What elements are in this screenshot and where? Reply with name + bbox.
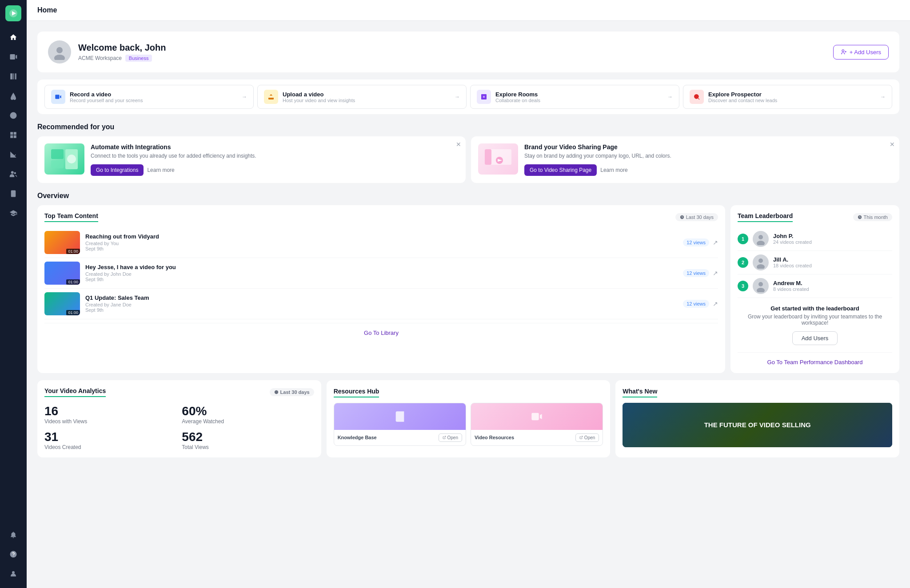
record-text: Record a video Record yourself and your … [70, 91, 237, 103]
stat-videos-with-views: 16 Videos with Views [44, 404, 176, 425]
lb-avatar-3 [753, 278, 769, 294]
rec-card-integrations: ✕ Automate with Integrations Connect to … [37, 136, 466, 183]
quick-action-rooms[interactable]: Explore Rooms Collaborate on deals → [470, 85, 679, 109]
video-info-3: Q1 Update: Sales Team Created by Jane Do… [85, 294, 678, 313]
branding-learn-more-button[interactable]: Learn more [600, 167, 627, 173]
video-stats-3: 12 views ↗ [683, 300, 718, 308]
lb-info-2: Jill A. 18 videos created [773, 256, 812, 268]
go-to-integrations-button[interactable]: Go to Integrations [91, 164, 144, 176]
knowledge-base-open-button[interactable]: Open [439, 433, 462, 442]
bottom-grid: Your Video Analytics Last 30 days 16 Vid… [37, 380, 899, 457]
svg-point-47 [274, 390, 278, 394]
external-link-icon-2 [579, 436, 583, 439]
prospector-icon [690, 90, 704, 104]
close-integrations-card-button[interactable]: ✕ [456, 141, 461, 148]
go-to-sharing-page-button[interactable]: Go to Video Sharing Page [524, 164, 597, 176]
svg-point-16 [12, 571, 15, 574]
welcome-card: Welcome back, John ACME Workspace Busine… [37, 32, 899, 72]
integrations-learn-more-button[interactable]: Learn more [147, 167, 174, 173]
sidebar-item-rocket[interactable] [4, 87, 22, 105]
sidebar-item-videos[interactable] [4, 48, 22, 66]
svg-marker-50 [540, 414, 542, 419]
svg-point-31 [67, 155, 76, 163]
recommended-grid: ✕ Automate with Integrations Connect to … [37, 136, 899, 183]
recommended-section-title: Recommended for you [37, 123, 899, 131]
whats-new-headline: THE FUTURE OF VIDEO SELLING [700, 416, 815, 434]
sidebar-item-notifications[interactable] [4, 526, 22, 544]
branding-content: Brand your Video Sharing Page Stay on br… [524, 143, 892, 176]
quick-actions-bar: Record a video Record yourself and your … [37, 79, 899, 114]
sidebar-item-team[interactable] [4, 165, 22, 183]
add-user-icon [841, 49, 847, 55]
welcome-meta: ACME Workspace Business [78, 55, 166, 62]
svg-line-48 [444, 436, 446, 438]
rec-card-branding: ✕ Brand your Video Sharing Page Stay on … [471, 136, 899, 183]
go-to-performance-link[interactable]: Go To Team Performance Dashboard [767, 359, 863, 366]
quick-action-prospector[interactable]: Explore Prospector Discover and contact … [683, 85, 892, 109]
rooms-arrow-icon: → [667, 94, 673, 100]
prospector-arrow-icon: → [880, 94, 886, 100]
integrations-actions: Go to Integrations Learn more [91, 164, 459, 176]
quick-action-record[interactable]: Record a video Record yourself and your … [44, 85, 254, 109]
svg-rect-11 [14, 135, 16, 138]
lb-info-3: Andrew M. 8 videos created [773, 280, 809, 292]
sidebar-item-library[interactable] [4, 68, 22, 85]
svg-rect-6 [15, 73, 16, 79]
sidebar-item-analytics[interactable] [4, 107, 22, 124]
whats-new-thumb[interactable]: THE FUTURE OF VIDEO SELLING [623, 403, 892, 447]
share-icon-1[interactable]: ↗ [713, 239, 718, 246]
sidebar-item-learn[interactable] [4, 204, 22, 222]
overview-grid: Top Team Content Last 30 days 01:00 Reac… [37, 205, 899, 373]
video-info-1: Reaching out from Vidyard Created by You… [85, 233, 678, 251]
stat-videos-created: 31 Videos Created [44, 430, 176, 450]
top-content-time-filter: Last 30 days [675, 213, 718, 221]
video-item-3: 01:00 Q1 Update: Sales Team Created by J… [44, 289, 718, 319]
svg-point-13 [14, 172, 16, 175]
analytics-stats: 16 Videos with Views 60% Average Watched… [44, 404, 314, 450]
lb-avatar-1 [753, 231, 769, 247]
resources-card: Resources Hub Knowledge Base Open [327, 380, 611, 457]
video-resources-thumb [471, 403, 603, 430]
sidebar-item-grid[interactable] [4, 126, 22, 144]
lb-rank-1: 1 [738, 234, 748, 244]
sidebar-item-profile[interactable] [4, 565, 22, 583]
svg-rect-9 [14, 132, 16, 135]
avatar [48, 40, 71, 64]
share-icon-3[interactable]: ↗ [713, 300, 718, 307]
main-area: Home Welcome back, John ACME Workspace [27, 0, 910, 588]
lb-rank-3: 3 [738, 281, 748, 291]
svg-point-27 [694, 94, 699, 99]
sidebar-logo[interactable] [5, 5, 21, 21]
resources-grid: Knowledge Base Open Video Resource [334, 403, 603, 446]
lb-rank-2: 2 [738, 257, 748, 268]
resources-title: Resources Hub [334, 388, 379, 397]
branding-actions: Go to Video Sharing Page Learn more [524, 164, 892, 176]
leaderboard-title: Team Leaderboard [738, 212, 793, 222]
analytics-clock-icon [274, 390, 279, 394]
sidebar-item-home[interactable] [4, 28, 22, 46]
svg-rect-29 [51, 160, 64, 168]
sidebar-item-chart[interactable] [4, 146, 22, 163]
close-branding-card-button[interactable]: ✕ [890, 141, 895, 148]
quick-action-upload[interactable]: Upload a video Host your video and view … [257, 85, 467, 109]
go-to-library-link[interactable]: Go To Library [364, 330, 399, 336]
sidebar-item-help[interactable] [4, 545, 22, 563]
leaderboard-add-users-button[interactable]: Add Users [792, 331, 838, 345]
video-resources-open-button[interactable]: Open [575, 433, 599, 442]
sidebar-item-clipboard[interactable] [4, 185, 22, 203]
lb-item-3: 3 Andrew M. 8 videos created [738, 274, 892, 298]
lb-avatar-2 [753, 254, 769, 270]
svg-point-18 [56, 47, 63, 53]
lb-item-2: 2 Jill A. 18 videos created [738, 251, 892, 274]
leaderboard-header: Team Leaderboard This month [738, 212, 892, 222]
svg-rect-5 [13, 73, 14, 79]
share-icon-2[interactable]: ↗ [713, 270, 718, 277]
leaderboard-cta: Get started with the leaderboard Grow yo… [738, 298, 892, 349]
video-duration-2: 01:00 [66, 279, 80, 285]
video-thumb-3: 01:00 [44, 292, 80, 315]
upload-icon [264, 90, 278, 104]
resource-knowledge-base: Knowledge Base Open [334, 403, 466, 446]
add-users-button[interactable]: + Add Users [833, 45, 889, 60]
top-content-title: Top Team Content [44, 212, 98, 222]
branding-thumb [478, 143, 518, 175]
